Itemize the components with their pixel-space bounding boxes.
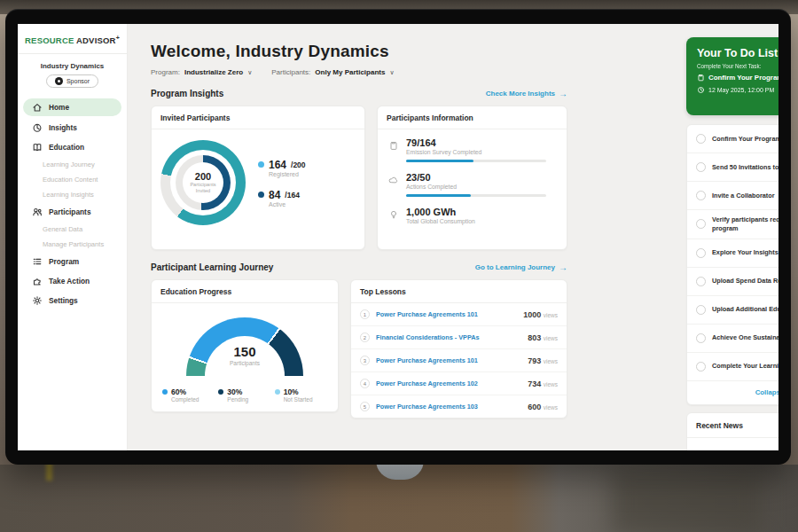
gauge-center-value: 150 — [186, 344, 303, 359]
task-row[interactable]: Verify participants requesting to join t… — [687, 210, 778, 239]
sidebar-item-settings[interactable]: Settings — [18, 291, 127, 310]
check-more-insights-link[interactable]: Check More Insights → — [486, 89, 567, 98]
insights-icon — [32, 122, 43, 133]
task-row[interactable]: Complete Your Learning Journey › — [687, 353, 778, 381]
task-label: Explore Your Insights Dashboard — [712, 248, 778, 257]
stat-label: Emission Survey Completed — [406, 149, 546, 155]
task-row[interactable]: Confirm Your Program Details › — [687, 125, 778, 153]
legend-value: 164 — [269, 159, 286, 171]
app-logo: RESOURCE ADVISOR+ — [18, 24, 127, 54]
legend-pct: 10% — [284, 387, 299, 396]
legend-item-pending: 30% Pending — [218, 387, 274, 403]
task-checkbox[interactable] — [696, 305, 706, 315]
participants-icon — [32, 207, 43, 217]
collapse-tasks-link[interactable]: Collapse Tasks ∧ — [687, 381, 778, 404]
lesson-views-suffix: views — [544, 312, 558, 318]
lesson-row: 1 Power Purchase Agreements 101 1000 vie… — [351, 303, 567, 326]
lesson-link[interactable]: Financial Considerations - VPPAs — [376, 333, 521, 341]
sidebar-item-manage-participants[interactable]: Manage Participants — [18, 237, 127, 252]
lesson-link[interactable]: Power Purchase Agreements 102 — [376, 379, 521, 387]
legend-item-completed: 60% Completed — [162, 387, 218, 403]
lesson-views-suffix: views — [544, 358, 558, 364]
todo-subtitle: Complete Your Next Task: — [697, 63, 778, 69]
legend-value: 84 — [269, 189, 280, 201]
logo-plus: + — [116, 35, 120, 41]
invited-participants-title: Invited Participants — [152, 106, 364, 129]
task-label: Upload Spend Data Records — [712, 277, 778, 286]
monitor-bezel: RESOURCE ADVISOR+ Industry Dynamics Spon… — [5, 9, 791, 465]
sidebar-item-program[interactable]: Program — [18, 252, 127, 271]
task-checkbox[interactable] — [696, 134, 706, 144]
task-checkbox[interactable] — [696, 162, 706, 172]
sidebar-item-label: Insights — [49, 123, 77, 132]
sidebar-item-education[interactable]: Education — [18, 137, 127, 157]
stat-value: 23/50 — [406, 172, 546, 183]
top-lessons-card: Top Lessons 1 Power Purchase Agreements … — [350, 279, 567, 419]
home-icon — [32, 102, 43, 113]
lesson-rank: 2 — [360, 332, 370, 342]
lesson-views: 803 — [528, 333, 541, 342]
task-label: Complete Your Learning Journey — [712, 362, 778, 371]
stat-actions-completed: 23/50 Actions Completed — [388, 172, 556, 197]
sidebar-item-home[interactable]: Home — [23, 98, 121, 116]
progress-bar-fill — [406, 160, 473, 162]
legend-label: Not Started — [284, 396, 331, 403]
lesson-link[interactable]: Power Purchase Agreements 101 — [376, 356, 521, 364]
logo-secondary: ADVISOR — [76, 35, 116, 45]
legend-total: /164 — [285, 191, 300, 200]
todo-datetime-label: 12 May 2025, 12:00 PM — [708, 87, 774, 93]
go-to-learning-journey-link[interactable]: Go to Learning Journey → — [475, 262, 567, 272]
top-lessons-title: Top Lessons — [351, 280, 567, 303]
legend-label: Registered — [269, 171, 306, 177]
page-title: Welcome, Industry Dynamics — [151, 42, 567, 61]
legend-label: Pending — [227, 396, 274, 403]
clipboard-icon — [697, 74, 705, 82]
task-checkbox[interactable] — [696, 248, 706, 258]
task-label: Invite a Collaborator — [712, 192, 778, 200]
task-checkbox[interactable] — [696, 333, 706, 343]
task-checkbox[interactable] — [696, 191, 706, 200]
sidebar-item-insights[interactable]: Insights — [18, 118, 127, 137]
program-dropdown-label: Program: — [151, 68, 180, 76]
task-row[interactable]: Explore Your Insights Dashboard › — [687, 239, 778, 268]
take-action-icon — [32, 276, 43, 286]
lesson-link[interactable]: Power Purchase Agreements 101 — [376, 310, 517, 318]
sidebar-item-participants[interactable]: Participants — [18, 202, 127, 222]
learning-journey-heading: Participant Learning Journey — [151, 262, 273, 272]
task-checkbox[interactable] — [696, 277, 706, 286]
task-row[interactable]: Upload Spend Data Records › — [687, 268, 778, 296]
program-dropdown[interactable]: Program: Industrialize Zero ∨ — [151, 68, 252, 76]
task-row[interactable]: Send 50 Invitations to Participants › — [687, 153, 778, 182]
task-label: Confirm Your Program Details — [712, 135, 778, 144]
chevron-down-icon: ∨ — [389, 69, 394, 76]
donut-center-label: Participants Invited — [183, 182, 223, 194]
task-checkbox[interactable] — [696, 219, 706, 229]
sidebar: RESOURCE ADVISOR+ Industry Dynamics Spon… — [18, 24, 128, 450]
task-label: Achieve One Sustainability Target — [712, 333, 778, 342]
sidebar-item-learning-insights[interactable]: Learning Insights — [18, 187, 127, 202]
task-row[interactable]: Upload Additional Educational Content › — [687, 296, 778, 325]
screen: RESOURCE ADVISOR+ Industry Dynamics Spon… — [18, 24, 778, 450]
gauge-legend: 60% Completed 30% Pending 10% Not Starte… — [162, 387, 331, 403]
lesson-link[interactable]: Power Purchase Agreements 103 — [376, 403, 521, 411]
task-label: Verify participants requesting to join t… — [712, 215, 778, 233]
main-area: Welcome, Industry Dynamics Program: Indu… — [128, 24, 778, 450]
lesson-views: 600 — [528, 403, 541, 411]
sidebar-item-learning-journey[interactable]: Learning Journey — [18, 157, 127, 172]
lesson-views-suffix: views — [544, 404, 558, 411]
task-checkbox[interactable] — [696, 362, 706, 372]
task-row[interactable]: Invite a Collaborator › — [687, 182, 778, 210]
sidebar-item-education-content[interactable]: Education Content — [18, 172, 127, 187]
actions-icon — [388, 175, 399, 185]
education-icon — [32, 142, 43, 153]
task-row[interactable]: Achieve One Sustainability Target › — [687, 325, 778, 353]
sponsor-badge[interactable]: Sponsor — [46, 74, 98, 88]
sidebar-item-take-action[interactable]: Take Action — [18, 271, 127, 291]
participants-dropdown[interactable]: Participants: Only My Participants ∨ — [271, 68, 394, 76]
todo-title: Your To Do List — [697, 47, 778, 59]
stat-emission-survey: 79/164 Emission Survey Completed — [388, 137, 556, 162]
sidebar-item-general-data[interactable]: General Data — [18, 222, 127, 237]
legend-dot — [275, 389, 280, 395]
clock-icon — [697, 86, 705, 94]
legend-dot — [162, 389, 168, 395]
